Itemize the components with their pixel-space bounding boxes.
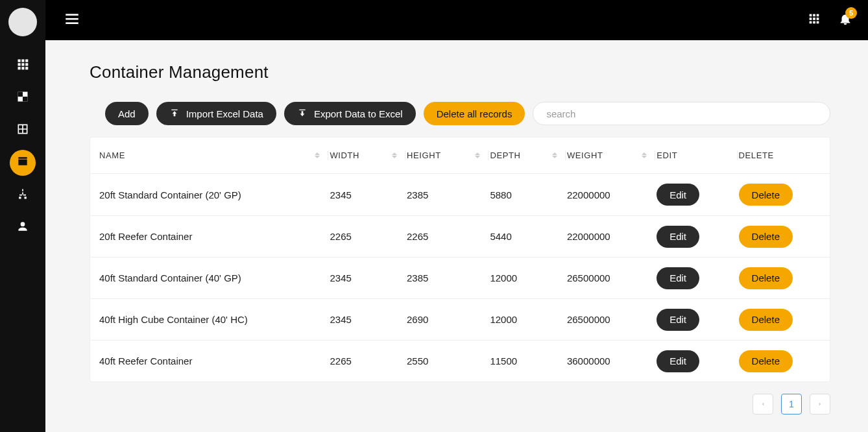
- cell-weight: 26500000: [566, 272, 655, 283]
- sidebar-item-user[interactable]: [10, 215, 36, 241]
- cell-height: 2690: [405, 314, 488, 325]
- cell-width: 2345: [328, 272, 405, 283]
- main-content: Container Management Add Import Excel Da…: [45, 40, 868, 432]
- cell-edit: Edit: [655, 350, 737, 372]
- edit-button[interactable]: Edit: [657, 309, 699, 331]
- sort-icon: [475, 152, 480, 158]
- sort-icon: [392, 152, 397, 158]
- chevron-left-icon: [760, 399, 766, 409]
- cell-delete: Delete: [738, 267, 821, 289]
- delete-all-button[interactable]: Delete all records: [424, 102, 525, 125]
- cell-width: 2265: [328, 355, 405, 366]
- th-height[interactable]: HEIGHT: [405, 150, 488, 160]
- cell-height: 2385: [405, 189, 488, 200]
- svg-rect-12: [66, 14, 78, 16]
- svg-rect-8: [25, 67, 28, 69]
- cell-weight: 36000000: [566, 355, 655, 366]
- delete-button[interactable]: Delete: [739, 226, 793, 248]
- cell-depth: 11500: [488, 355, 566, 366]
- sidebar-item-dashboard[interactable]: [10, 53, 36, 78]
- table-row: 20ft Reefer Container2265226554402200000…: [90, 215, 830, 257]
- edit-button[interactable]: Edit: [657, 226, 699, 248]
- th-depth[interactable]: DEPTH: [488, 150, 566, 160]
- svg-rect-18: [810, 18, 812, 20]
- edit-button[interactable]: Edit: [657, 267, 699, 289]
- th-name[interactable]: NAME: [99, 150, 328, 160]
- pagination-page-current[interactable]: 1: [781, 394, 802, 414]
- th-width[interactable]: WIDTH: [328, 150, 405, 160]
- sort-icon: [315, 152, 320, 158]
- cell-width: 2345: [328, 314, 405, 325]
- sidebar: [0, 0, 45, 432]
- svg-rect-14: [66, 22, 78, 24]
- svg-rect-7: [21, 67, 24, 69]
- cell-width: 2265: [328, 231, 405, 242]
- cell-name: 20ft Standard Container (20' GP): [99, 189, 328, 200]
- sidebar-item-containers[interactable]: [10, 150, 36, 176]
- avatar[interactable]: [8, 8, 37, 36]
- table-row: 40ft Reefer Container2265255011500360000…: [90, 340, 830, 381]
- upload-icon: [169, 108, 180, 120]
- svg-rect-11: [23, 97, 28, 102]
- delete-button[interactable]: Delete: [739, 350, 793, 372]
- download-icon: [297, 108, 307, 120]
- pagination: 1: [90, 394, 830, 414]
- svg-rect-21: [810, 21, 812, 24]
- svg-rect-15: [810, 14, 812, 17]
- svg-rect-17: [817, 14, 819, 17]
- sidebar-item-boards[interactable]: [10, 85, 36, 111]
- svg-rect-6: [18, 67, 21, 69]
- sidebar-item-layout[interactable]: [10, 117, 36, 143]
- cell-edit: Edit: [655, 309, 737, 331]
- svg-rect-23: [817, 21, 819, 24]
- sitemap-icon: [16, 187, 29, 203]
- cell-depth: 5880: [488, 189, 566, 200]
- cell-weight: 26500000: [566, 314, 655, 325]
- svg-rect-4: [21, 63, 24, 66]
- notifications-button[interactable]: 5: [838, 12, 852, 29]
- cell-height: 2265: [405, 231, 488, 242]
- cell-edit: Edit: [655, 184, 737, 206]
- apps-icon: [807, 17, 821, 28]
- cell-delete: Delete: [738, 226, 821, 248]
- edit-button[interactable]: Edit: [657, 184, 699, 206]
- user-icon: [16, 220, 29, 235]
- svg-rect-20: [817, 18, 819, 20]
- svg-rect-1: [21, 60, 24, 62]
- menu-toggle-button[interactable]: [64, 10, 80, 30]
- search-input[interactable]: [533, 102, 830, 125]
- sort-icon: [552, 152, 557, 158]
- grid-icon: [16, 58, 29, 73]
- cell-name: 20ft Reefer Container: [99, 231, 328, 242]
- svg-rect-19: [813, 18, 815, 20]
- pagination-next[interactable]: [810, 394, 830, 414]
- delete-button[interactable]: Delete: [739, 309, 793, 331]
- cell-depth: 5440: [488, 231, 566, 242]
- svg-rect-22: [813, 21, 815, 24]
- cell-edit: Edit: [655, 226, 737, 248]
- cell-edit: Edit: [655, 267, 737, 289]
- sidebar-item-sitemap[interactable]: [10, 182, 36, 208]
- topbar-right: 5: [807, 12, 852, 29]
- svg-rect-10: [18, 92, 23, 97]
- toolbar: Add Import Excel Data Export Data to Exc…: [90, 102, 830, 125]
- svg-rect-5: [25, 63, 28, 66]
- delete-button[interactable]: Delete: [739, 184, 793, 206]
- add-button[interactable]: Add: [105, 102, 149, 125]
- import-button-label: Import Excel Data: [186, 108, 263, 119]
- svg-rect-16: [813, 14, 815, 17]
- edit-button[interactable]: Edit: [657, 350, 699, 372]
- svg-rect-0: [18, 60, 21, 62]
- delete-button[interactable]: Delete: [739, 267, 793, 289]
- export-button-label: Export Data to Excel: [314, 108, 403, 119]
- import-button[interactable]: Import Excel Data: [156, 102, 276, 125]
- apps-button[interactable]: [807, 12, 821, 29]
- menu-icon: [64, 18, 80, 29]
- page-title: Container Management: [90, 62, 830, 82]
- pagination-prev[interactable]: [753, 394, 773, 414]
- table-row: 40ft High Cube Container (40' HC)2345269…: [90, 298, 830, 340]
- export-button[interactable]: Export Data to Excel: [284, 102, 416, 125]
- th-weight[interactable]: WEIGHT: [566, 150, 655, 160]
- th-edit: EDIT: [655, 150, 737, 160]
- layout-icon: [16, 123, 29, 138]
